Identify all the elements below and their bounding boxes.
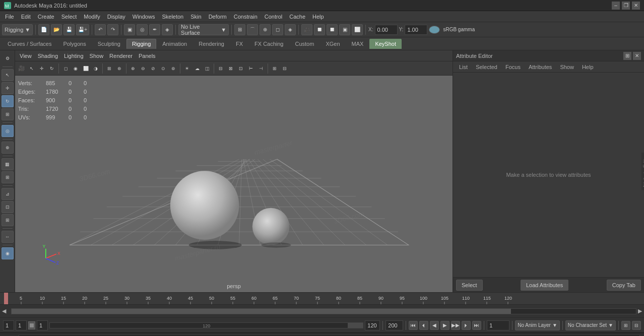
attr-float-button[interactable]: ⊞ xyxy=(623,52,631,60)
menu-help[interactable]: Help xyxy=(309,13,327,21)
fps-field[interactable]: 200 xyxy=(385,320,403,330)
vp-transform-btn[interactable]: ✛ xyxy=(37,64,46,73)
playback-range-bar[interactable]: 120 xyxy=(49,322,363,328)
menu-cache[interactable]: Cache xyxy=(286,13,308,21)
vp-cam3[interactable]: ⊡ xyxy=(236,64,245,73)
new-file-button[interactable]: 📄 xyxy=(38,24,49,35)
go-start-button[interactable]: ⏮ xyxy=(409,321,418,330)
vp-hud2[interactable]: ⊟ xyxy=(280,64,289,73)
renderer-menu[interactable]: Renderer xyxy=(107,52,135,60)
rotate-tool[interactable]: ↻ xyxy=(2,95,14,107)
tab-sculpting[interactable]: Sculpting xyxy=(92,39,126,49)
cam-tool4[interactable]: ▣ xyxy=(339,24,350,35)
panels-menu[interactable]: Panels xyxy=(136,52,158,60)
vp-light3[interactable]: ◫ xyxy=(203,64,212,73)
cam-tool3[interactable]: 🔲 xyxy=(327,24,338,35)
settings-button[interactable]: ⚙ xyxy=(2,52,14,64)
vp-cam-btn[interactable]: 🎥 xyxy=(17,64,26,73)
vp-snap2[interactable]: ⊖ xyxy=(139,64,148,73)
vp-select-btn[interactable]: ↖ xyxy=(27,64,36,73)
cam-tool5[interactable]: ⬜ xyxy=(352,24,363,35)
vp-cam4[interactable]: ⊢ xyxy=(246,64,255,73)
tab-keyshot[interactable]: KeyShot xyxy=(369,39,402,49)
mel-command-input[interactable] xyxy=(19,334,640,337)
tab-max[interactable]: MAX xyxy=(346,39,369,49)
offset-y-input[interactable] xyxy=(405,25,427,35)
select-button[interactable]: Select xyxy=(456,280,483,291)
step-back-button[interactable]: ⏴ xyxy=(419,321,428,330)
attr-tab-attributes[interactable]: Attributes xyxy=(525,63,556,71)
tab-polygons[interactable]: Polygons xyxy=(57,39,91,49)
maximize-button[interactable]: ❐ xyxy=(622,2,630,10)
vp-smooth-btn[interactable]: ◉ xyxy=(71,64,80,73)
vp-snap3[interactable]: ⊘ xyxy=(149,64,158,73)
extra-btn1[interactable]: ⊞ xyxy=(621,321,630,330)
menu-edit[interactable]: Edit xyxy=(18,13,34,21)
lighting-menu[interactable]: Lighting xyxy=(61,52,86,60)
paint-button[interactable]: ✒ xyxy=(149,24,160,35)
move-tool[interactable]: ✛ xyxy=(2,82,14,94)
range-start-handle[interactable] xyxy=(28,321,35,329)
cam-tool1[interactable]: 🎥 xyxy=(301,24,312,35)
attr-tab-selected[interactable]: Selected xyxy=(472,63,501,71)
soft-select-tool[interactable]: ◎ xyxy=(2,125,14,137)
vp-rotate-btn[interactable]: ↻ xyxy=(47,64,56,73)
menu-create[interactable]: Create xyxy=(35,13,57,21)
attr-tab-show[interactable]: Show xyxy=(556,63,578,71)
display-mode2[interactable]: ⊞ xyxy=(2,171,14,183)
vp-snap1[interactable]: ⊕ xyxy=(128,64,138,73)
prev-frame-button[interactable]: ◀ xyxy=(430,321,439,330)
select-mode-button[interactable]: ▣ xyxy=(124,24,135,35)
scale-tool[interactable]: ⊞ xyxy=(2,108,14,120)
menu-modify[interactable]: Modify xyxy=(81,13,103,21)
show-manipulator[interactable]: ⊕ xyxy=(2,142,14,154)
load-attributes-button[interactable]: Load Attributes xyxy=(521,280,568,291)
color-space-button[interactable] xyxy=(429,26,440,34)
tool4[interactable]: ↔ xyxy=(2,231,14,243)
open-file-button[interactable]: 📂 xyxy=(51,24,62,35)
menu-skin[interactable]: Skin xyxy=(187,13,204,21)
menu-deform[interactable]: Deform xyxy=(206,13,230,21)
vp-uvs-btn[interactable]: ⊛ xyxy=(115,64,124,73)
tab-rendering[interactable]: Rendering xyxy=(193,39,230,49)
close-button[interactable]: ✕ xyxy=(632,2,640,10)
menu-control[interactable]: Control xyxy=(262,13,285,21)
offset-x-input[interactable] xyxy=(375,25,398,35)
extra-btn2[interactable]: ⊟ xyxy=(632,321,641,330)
go-end-button[interactable]: ⏭ xyxy=(472,321,481,330)
cam-tool2[interactable]: 🔲 xyxy=(314,24,325,35)
vp-cam1[interactable]: ⊟ xyxy=(216,64,225,73)
attr-tab-list[interactable]: List xyxy=(455,63,472,71)
snap-grid-button[interactable]: ⊞ xyxy=(234,24,245,35)
menu-file[interactable]: File xyxy=(2,13,17,21)
play-forward-button[interactable]: ▶ xyxy=(440,321,449,330)
tab-fx[interactable]: FX xyxy=(230,39,248,49)
next-frame-button[interactable]: ▶▶ xyxy=(451,321,460,330)
vp-wire-btn[interactable]: ◻ xyxy=(61,64,70,73)
step-forward-button[interactable]: ⏵ xyxy=(462,321,471,330)
save-file-button[interactable]: 💾 xyxy=(63,24,75,35)
save-as-button[interactable]: 💾+ xyxy=(76,24,89,35)
show-menu[interactable]: Show xyxy=(87,52,106,60)
vp-hud1[interactable]: ⊞ xyxy=(270,64,279,73)
anim-end-field[interactable]: 120 xyxy=(365,320,380,330)
shading-menu[interactable]: Shading xyxy=(35,52,60,60)
snap-view-button[interactable]: ◈ xyxy=(285,24,296,35)
timeline-scrollbar[interactable] xyxy=(11,308,636,314)
menu-display[interactable]: Display xyxy=(104,13,128,21)
attr-close-button[interactable]: ✕ xyxy=(633,52,641,60)
tab-curves-surfaces[interactable]: Curves / Surfaces xyxy=(2,39,57,49)
attr-tab-help[interactable]: Help xyxy=(578,63,598,71)
undo-button[interactable]: ↶ xyxy=(95,24,106,35)
rigging-dropdown[interactable]: Rigging ▼ xyxy=(2,24,33,35)
menu-skeleton[interactable]: Skeleton xyxy=(159,13,186,21)
vp-snap4[interactable]: ⊙ xyxy=(159,64,168,73)
tab-custom[interactable]: Custom xyxy=(290,39,320,49)
attr-tab-focus[interactable]: Focus xyxy=(501,63,525,71)
soft-select-button[interactable]: ◈ xyxy=(162,24,173,35)
current-frame-display[interactable]: 1 xyxy=(16,320,27,330)
vp-light1[interactable]: ☀ xyxy=(182,64,191,73)
last-tool[interactable]: ◉ xyxy=(2,247,14,259)
tab-xgen[interactable]: XGen xyxy=(320,39,345,49)
vp-light2[interactable]: ☁ xyxy=(192,64,202,73)
